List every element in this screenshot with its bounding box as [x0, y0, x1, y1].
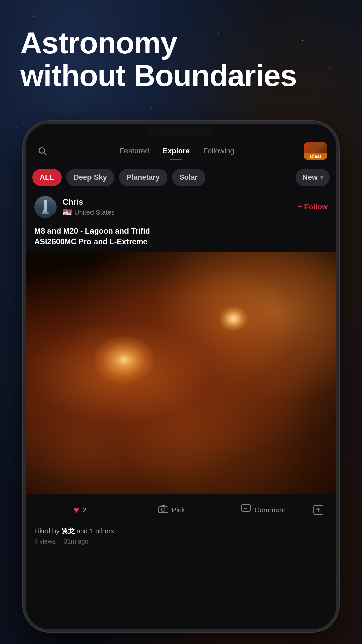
chevron-down-icon: ▾: [320, 174, 323, 181]
headline-section: Astronomy without Boundaries: [20, 27, 342, 92]
liked-by-user: 翼龙: [61, 527, 75, 535]
time-ago: 31m ago: [64, 538, 88, 545]
share-button[interactable]: [309, 501, 328, 519]
filter-all[interactable]: ALL: [32, 169, 62, 186]
phone-frame: Featured Explore Following Clear ALL Dee…: [23, 121, 339, 632]
view-count: 4 views: [34, 538, 56, 545]
user-location: 🇺🇸 United States: [63, 208, 292, 217]
action-bar: ♥ 2 Pick: [26, 494, 336, 525]
pick-label: Pick: [172, 506, 185, 514]
nebula-star: [218, 305, 249, 332]
avatar[interactable]: [34, 196, 57, 218]
tab-explore[interactable]: Explore: [156, 143, 196, 159]
post-card: Chris 🇺🇸 United States + Follow M8 and M…: [26, 190, 336, 552]
filter-planetary[interactable]: Planetary: [119, 169, 167, 186]
location-text: United States: [74, 209, 115, 216]
post-title: M8 and M20 - Lagoon and Trifid ASI2600MC…: [26, 224, 336, 252]
camera-icon: [158, 504, 168, 515]
svg-rect-7: [158, 507, 168, 513]
follow-button[interactable]: + Follow: [298, 203, 328, 211]
user-info: Chris 🇺🇸 United States: [63, 197, 292, 217]
pick-button[interactable]: Pick: [126, 501, 217, 519]
svg-point-6: [44, 200, 46, 202]
comment-label: Comment: [254, 506, 285, 514]
filter-solar[interactable]: Solar: [172, 169, 205, 186]
like-count: 2: [82, 506, 86, 514]
user-name: Chris: [63, 197, 292, 207]
headline-line2: without Boundaries: [20, 59, 297, 92]
badge-clear-label: Clear: [304, 153, 327, 160]
phone-notch: [147, 124, 215, 136]
share-icon: [313, 505, 324, 515]
tab-featured[interactable]: Featured: [113, 143, 156, 159]
svg-point-8: [161, 508, 165, 511]
svg-rect-9: [241, 505, 251, 511]
liked-by-suffix: and 1 others: [75, 527, 114, 535]
star-field: [26, 252, 336, 494]
user-header: Chris 🇺🇸 United States + Follow: [26, 190, 336, 224]
svg-line-1: [44, 153, 46, 155]
heart-icon: ♥: [74, 505, 79, 515]
filter-row: ALL Deep Sky Planetary Solar New ▾: [26, 165, 336, 190]
sort-label: New: [302, 173, 318, 182]
comment-button[interactable]: Comment: [217, 501, 309, 519]
avatar-icon: [39, 200, 51, 214]
liked-by-prefix: Liked by: [34, 527, 61, 535]
headline-line1: Astronomy: [20, 26, 177, 60]
post-image[interactable]: [26, 252, 336, 494]
like-button[interactable]: ♥ 2: [34, 501, 126, 519]
svg-rect-4: [43, 210, 47, 212]
search-icon: [38, 146, 47, 156]
liked-by-text: Liked by 翼龙 and 1 others: [34, 527, 328, 536]
headline-text: Astronomy without Boundaries: [20, 27, 342, 92]
phone-screen: Featured Explore Following Clear ALL Dee…: [26, 124, 336, 629]
filter-deep-sky[interactable]: Deep Sky: [66, 169, 114, 186]
flag-icon: 🇺🇸: [63, 208, 72, 217]
nav-tabs: Featured Explore Following: [50, 143, 304, 159]
notification-badge[interactable]: Clear: [304, 142, 327, 160]
tab-following[interactable]: Following: [196, 143, 241, 159]
post-stats: 4 views 31m ago: [34, 538, 328, 545]
avatar-image: [34, 196, 57, 218]
svg-rect-5: [42, 212, 49, 214]
post-title-line1: M8 and M20 - Lagoon and Trifid: [34, 227, 150, 235]
post-title-line2: ASI2600MC Pro and L-Extreme: [34, 237, 147, 246]
comment-icon: [241, 504, 251, 515]
search-button[interactable]: [35, 144, 50, 158]
nebula-core: [94, 336, 154, 384]
sort-dropdown[interactable]: New ▾: [296, 169, 330, 186]
svg-point-0: [39, 148, 44, 153]
post-meta: Liked by 翼龙 and 1 others 4 views 31m ago: [26, 525, 336, 552]
